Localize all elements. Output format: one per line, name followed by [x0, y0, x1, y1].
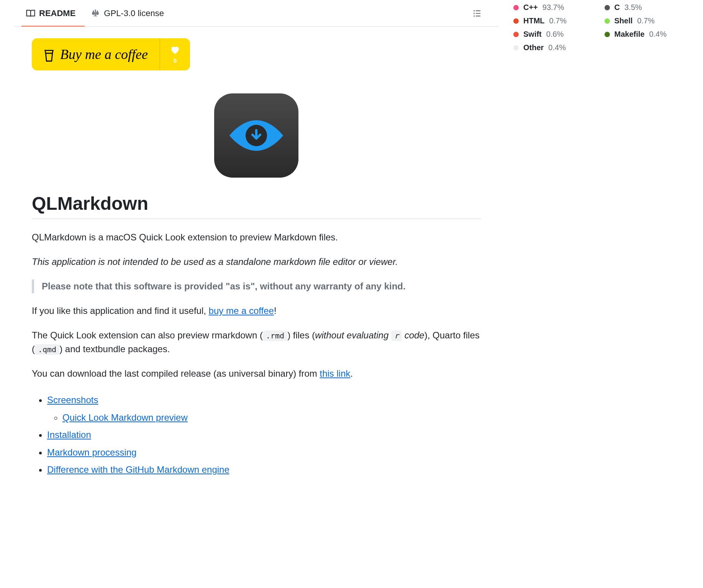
toc-markdown-processing-link[interactable]: Markdown processing: [47, 447, 136, 457]
quicklook-paragraph: The Quick Look extension can also previe…: [32, 328, 481, 356]
rmd-code: .rmd: [263, 330, 287, 341]
bmc-text: Buy me a coffee: [60, 46, 148, 62]
language-dot: [513, 45, 519, 51]
readme-body: Buy me a coffee 0 QLMarkdown QLMarkdown …: [15, 27, 498, 479]
language-item[interactable]: C3.5%: [605, 3, 688, 12]
svg-point-2: [474, 13, 475, 14]
list-item: Markdown processing: [47, 444, 481, 461]
language-item[interactable]: HTML0.7%: [513, 16, 597, 25]
svg-rect-3: [476, 13, 480, 13]
release-link[interactable]: this link: [320, 368, 351, 379]
toc-quicklook-link[interactable]: Quick Look Markdown preview: [62, 412, 188, 423]
disclaimer-paragraph: This application is not intended to be u…: [32, 255, 481, 269]
language-percent: 3.5%: [624, 3, 642, 12]
buy-me-a-coffee-link[interactable]: buy me a coffee: [209, 305, 274, 316]
list-icon: [473, 9, 482, 18]
language-percent: 0.7%: [549, 16, 567, 25]
note-text: Please note that this software is provid…: [42, 279, 473, 293]
languages-sidebar: C++93.7%C3.5%HTML0.7%Shell0.7%Swift0.6%M…: [498, 0, 703, 479]
language-item[interactable]: Swift0.6%: [513, 30, 597, 39]
r-code: r: [391, 330, 402, 341]
readme-tab-header: README GPL-3.0 license: [15, 0, 498, 27]
coffee-cup-icon: [43, 46, 55, 63]
download-paragraph: You can download the last compiled relea…: [32, 367, 481, 381]
language-dot: [605, 5, 610, 10]
tab-license[interactable]: GPL-3.0 license: [87, 2, 168, 24]
language-percent: 93.7%: [542, 3, 564, 12]
intro-paragraph: QLMarkdown is a macOS Quick Look extensi…: [32, 230, 481, 244]
svg-rect-5: [476, 15, 480, 16]
tab-license-label: GPL-3.0 license: [104, 8, 164, 18]
qmd-code: .qmd: [35, 344, 59, 355]
language-name: Shell: [615, 16, 633, 25]
language-percent: 0.4%: [649, 30, 667, 39]
svg-rect-1: [476, 10, 480, 11]
language-item[interactable]: Other0.4%: [513, 43, 597, 52]
buy-me-a-coffee-badge[interactable]: Buy me a coffee 0: [32, 38, 190, 70]
language-dot: [605, 32, 610, 37]
list-item: Quick Look Markdown preview: [62, 409, 481, 426]
list-item: Difference with the GitHub Markdown engi…: [47, 461, 481, 479]
svg-point-4: [474, 15, 475, 16]
tab-readme-label: README: [39, 8, 75, 18]
language-dot: [513, 5, 519, 10]
toc-installation-link[interactable]: Installation: [47, 430, 91, 440]
outline-button[interactable]: [469, 5, 486, 22]
language-name: Swift: [523, 30, 542, 39]
warranty-note: Please note that this software is provid…: [32, 279, 481, 293]
page-title: QLMarkdown: [32, 193, 481, 219]
list-item: Installation: [47, 426, 481, 444]
language-name: HTML: [523, 16, 545, 25]
language-name: C++: [523, 3, 538, 12]
tab-readme[interactable]: README: [22, 2, 79, 24]
language-name: C: [615, 3, 620, 12]
eye-icon: [226, 116, 287, 155]
language-percent: 0.7%: [637, 16, 655, 25]
bmc-count: 0: [174, 57, 177, 64]
language-item[interactable]: Makefile0.4%: [605, 30, 688, 39]
app-icon: [214, 93, 298, 178]
toc-screenshots-link[interactable]: Screenshots: [47, 395, 98, 405]
language-item[interactable]: C++93.7%: [513, 3, 597, 12]
law-icon: [91, 9, 100, 18]
toc-difference-link[interactable]: Difference with the GitHub Markdown engi…: [47, 464, 229, 475]
svg-point-0: [474, 10, 475, 11]
table-of-contents: Screenshots Quick Look Markdown preview …: [32, 391, 481, 479]
coffee-paragraph: If you like this application and find it…: [32, 304, 481, 318]
language-dot: [605, 18, 610, 24]
language-percent: 0.6%: [546, 30, 564, 39]
book-icon: [26, 9, 35, 18]
language-item[interactable]: Shell0.7%: [605, 16, 688, 25]
list-item: Screenshots Quick Look Markdown preview: [47, 391, 481, 426]
language-dot: [513, 18, 519, 24]
language-name: Other: [523, 43, 544, 52]
language-name: Makefile: [615, 30, 645, 39]
heart-icon: [170, 45, 180, 55]
language-percent: 0.4%: [548, 43, 566, 52]
language-dot: [513, 32, 519, 37]
